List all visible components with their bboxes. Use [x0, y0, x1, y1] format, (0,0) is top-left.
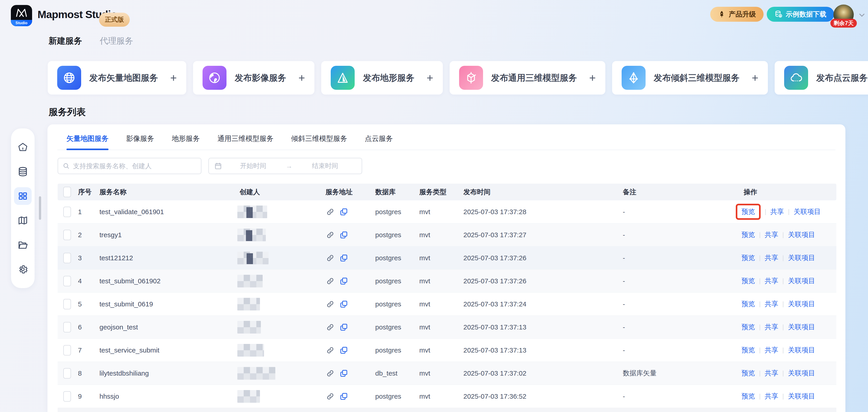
- service-url-link-icon[interactable]: [326, 208, 335, 216]
- copy-url-icon[interactable]: [340, 346, 348, 355]
- select-all-checkbox[interactable]: [63, 187, 71, 197]
- remark-value: -: [620, 208, 741, 216]
- product-upgrade-button[interactable]: 产品升级: [710, 7, 764, 22]
- copy-url-icon[interactable]: [340, 254, 348, 262]
- action-link-project[interactable]: 关联项目: [788, 253, 815, 263]
- table-header-row: 序号服务名称创建人服务地址数据库服务类型发布时间备注操作: [58, 184, 836, 200]
- action-share[interactable]: 共享: [765, 392, 778, 401]
- row-checkbox[interactable]: [63, 253, 71, 263]
- database-value: postgres: [373, 254, 417, 262]
- action-share[interactable]: 共享: [765, 230, 778, 239]
- action-preview[interactable]: 预览: [741, 299, 755, 308]
- action-link-project[interactable]: 关联项目: [794, 207, 821, 216]
- action-preview[interactable]: 预览: [741, 322, 755, 332]
- service-url-link-icon[interactable]: [326, 231, 335, 239]
- copy-url-icon[interactable]: [340, 208, 348, 216]
- row-checkbox[interactable]: [63, 299, 71, 310]
- creator-censored-block: [237, 367, 275, 380]
- action-share[interactable]: 共享: [770, 207, 784, 216]
- action-preview[interactable]: 预览: [741, 369, 755, 378]
- service-type-value: mvt: [417, 370, 461, 377]
- plus-icon: +: [589, 72, 596, 83]
- service-url-link-icon[interactable]: [326, 392, 335, 401]
- action-link-project[interactable]: 关联项目: [788, 322, 815, 332]
- end-date-placeholder[interactable]: 结束时间: [294, 161, 356, 171]
- service-type-tab-3[interactable]: 通用三维模型服务: [217, 134, 274, 150]
- scrollbar-thumb[interactable]: [39, 196, 41, 220]
- sidebar-item-folder[interactable]: [14, 236, 32, 254]
- action-link-project[interactable]: 关联项目: [788, 230, 815, 239]
- published-time: 2025-07-03 17:37:28: [461, 208, 620, 216]
- table-row: 6geojson_testpostgresmvt2025-07-03 17:37…: [58, 316, 836, 339]
- service-url-link-icon[interactable]: [326, 300, 335, 308]
- publish-card-5[interactable]: 发布点云服务+: [775, 61, 868, 94]
- publish-card-2[interactable]: 发布地形服务+: [321, 61, 442, 94]
- chevron-down-icon[interactable]: [858, 11, 866, 20]
- publish-card-1[interactable]: 发布影像服务+: [193, 61, 314, 94]
- action-preview[interactable]: 预览: [741, 276, 755, 286]
- action-link-project[interactable]: 关联项目: [788, 392, 815, 401]
- row-checkbox[interactable]: [63, 207, 71, 217]
- copy-url-icon[interactable]: [340, 392, 348, 401]
- column-header-1: 服务名称: [97, 187, 237, 197]
- sidebar-item-map[interactable]: [14, 212, 32, 229]
- action-share[interactable]: 共享: [765, 322, 778, 332]
- copy-url-icon[interactable]: [340, 277, 348, 285]
- sample-data-download-button[interactable]: 示例数据下载: [767, 7, 834, 22]
- action-preview[interactable]: 预览: [741, 392, 755, 401]
- action-link-project[interactable]: 关联项目: [788, 369, 815, 378]
- service-type-tab-4[interactable]: 倾斜三维模型服务: [291, 134, 347, 150]
- service-url-link-icon[interactable]: [326, 369, 335, 378]
- search-box[interactable]: [58, 158, 202, 174]
- row-checkbox[interactable]: [63, 368, 71, 379]
- row-checkbox[interactable]: [63, 345, 71, 355]
- action-separator: |: [782, 255, 784, 261]
- service-type-tab-5[interactable]: 点云服务: [365, 134, 393, 150]
- sidebar-item-settings[interactable]: [14, 261, 32, 278]
- plus-icon: +: [752, 72, 758, 83]
- copy-url-icon[interactable]: [340, 231, 348, 239]
- user-avatar[interactable]: 剩余7天: [833, 4, 854, 25]
- action-preview[interactable]: 预览: [741, 208, 755, 215]
- service-type-tab-1[interactable]: 影像服务: [126, 134, 154, 150]
- action-link-project[interactable]: 关联项目: [788, 346, 815, 355]
- start-date-placeholder[interactable]: 开始时间: [222, 161, 284, 171]
- action-link-project[interactable]: 关联项目: [788, 299, 815, 308]
- action-preview[interactable]: 预览: [741, 346, 755, 355]
- sidebar-item-apps-grid[interactable]: [14, 187, 32, 205]
- search-input[interactable]: [73, 163, 196, 170]
- publish-card-0[interactable]: 发布矢量地图服务+: [48, 61, 186, 94]
- row-checkbox[interactable]: [63, 230, 71, 240]
- row-checkbox[interactable]: [63, 391, 71, 402]
- service-url-link-icon[interactable]: [326, 277, 335, 285]
- service-name: test_submit_0619: [97, 300, 237, 308]
- service-url-link-icon[interactable]: [326, 254, 335, 262]
- action-share[interactable]: 共享: [765, 299, 778, 308]
- action-share[interactable]: 共享: [765, 346, 778, 355]
- sidebar-item-home[interactable]: [14, 138, 32, 156]
- service-url-link-icon[interactable]: [326, 346, 335, 355]
- row-checkbox[interactable]: [63, 322, 71, 332]
- row-checkbox[interactable]: [63, 276, 71, 286]
- date-range-picker[interactable]: 开始时间 → 结束时间: [209, 158, 362, 174]
- folder-icon: [18, 239, 28, 250]
- publish-card-3[interactable]: 发布通用三维模型服务+: [450, 61, 605, 94]
- action-share[interactable]: 共享: [765, 276, 778, 286]
- action-preview[interactable]: 预览: [741, 253, 755, 263]
- service-type-tab-0[interactable]: 矢量地图服务: [66, 134, 108, 150]
- copy-url-icon[interactable]: [340, 300, 348, 308]
- copy-url-icon[interactable]: [340, 369, 348, 378]
- action-link-project[interactable]: 关联项目: [788, 276, 815, 286]
- action-share[interactable]: 共享: [765, 253, 778, 263]
- action-preview[interactable]: 预览: [741, 230, 755, 239]
- published-time: 2025-07-03 17:37:24: [461, 300, 620, 308]
- service-type-tab-2[interactable]: 地形服务: [172, 134, 200, 150]
- service-url-link-icon[interactable]: [326, 323, 335, 331]
- page-tab-proxy-service[interactable]: 代理服务: [100, 35, 133, 47]
- action-separator: |: [782, 347, 784, 354]
- action-share[interactable]: 共享: [765, 369, 778, 378]
- copy-url-icon[interactable]: [340, 323, 348, 331]
- publish-card-4[interactable]: 发布倾斜三维模型服务+: [612, 61, 768, 94]
- sidebar-item-database[interactable]: [14, 163, 32, 180]
- page-tab-new-service[interactable]: 新建服务: [49, 35, 82, 47]
